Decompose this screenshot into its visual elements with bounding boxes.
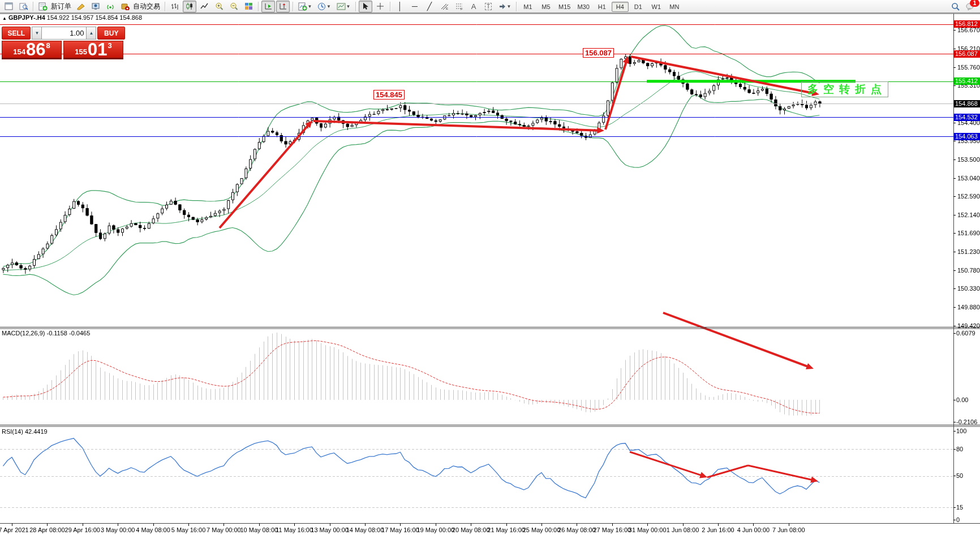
periods-menu-icon[interactable]: ▼ (315, 1, 333, 12)
volume-decrease-button[interactable]: ▼ (32, 27, 42, 40)
autotrading-icon[interactable] (118, 1, 132, 12)
chart-window-icon[interactable] (2, 1, 15, 12)
chart-shift-icon[interactable] (276, 1, 290, 12)
signals-icon[interactable] (104, 1, 117, 12)
timeframe-button-w1[interactable]: W1 (648, 2, 665, 12)
dropdown-arrow-icon: ▼ (346, 4, 351, 9)
horizontal-line-tool-icon[interactable]: ─ (408, 1, 422, 12)
sell-price-box[interactable]: 154 86 8 (2, 41, 62, 59)
text-label-tool-glyph: T (485, 3, 492, 10)
timeframe-button-m1[interactable]: M1 (519, 2, 536, 12)
vertical-line-tool-icon[interactable]: │ (393, 1, 407, 12)
sell-price-sup: 8 (46, 41, 50, 50)
price-chart-canvas[interactable] (0, 0, 980, 535)
notifications-icon[interactable]: 1 (964, 1, 977, 12)
toolbar-separator (33, 2, 33, 11)
line-chart-type-icon[interactable] (197, 1, 211, 12)
svg-text:E: E (446, 7, 448, 10)
sell-button[interactable]: SELL (2, 27, 31, 40)
buy-price-sup: 3 (108, 41, 111, 50)
buy-price-big: 01 (88, 42, 107, 58)
metaeditor-icon[interactable] (74, 1, 88, 12)
svg-text:F: F (461, 7, 463, 10)
one-click-trading-panel: SELL ▼ ▲ BUY 154 86 8 155 01 3 (2, 27, 125, 59)
toolbar-separator (516, 2, 517, 11)
volume-increase-button[interactable]: ▲ (86, 27, 96, 40)
strategy-tester-icon[interactable] (89, 1, 102, 12)
sell-price-prefix: 154 (13, 48, 25, 56)
bar-chart-type-icon[interactable] (168, 1, 182, 12)
profile-icon[interactable] (16, 1, 30, 12)
text-tool-icon[interactable]: A (467, 1, 480, 12)
search-icon[interactable] (949, 1, 962, 12)
trendline-tool-icon[interactable]: ╱ (423, 1, 436, 12)
mt4-terminal: 新订单 自动交易 ▼ ▼ (0, 0, 980, 535)
new-order-icon[interactable] (36, 1, 50, 12)
candlestick-chart-type-icon[interactable] (183, 1, 196, 12)
timeframe-button-m30[interactable]: M30 (574, 2, 592, 12)
cursor-tool-icon[interactable] (359, 1, 372, 12)
toolbar-separator (165, 2, 165, 11)
volume-input[interactable] (42, 27, 86, 40)
zoom-in-icon[interactable] (212, 1, 226, 12)
timeframe-button-m15[interactable]: M15 (556, 2, 573, 12)
dropdown-arrow-icon: ▼ (308, 4, 312, 9)
crosshair-tool-icon[interactable] (373, 1, 387, 12)
buy-price-box[interactable]: 155 01 3 (63, 41, 123, 59)
autotrading-label[interactable]: 自动交易 (133, 2, 160, 11)
fibonacci-tool-icon[interactable]: F (452, 1, 466, 12)
sell-price-big: 86 (26, 42, 45, 58)
timeframe-button-d1[interactable]: D1 (630, 2, 647, 12)
toolbar-separator (355, 2, 356, 11)
arrows-tool-icon[interactable]: ▼ (496, 1, 513, 12)
dropdown-arrow-icon: ▼ (507, 4, 512, 9)
auto-scroll-icon[interactable] (261, 1, 275, 12)
timeframe-button-mn[interactable]: MN (666, 2, 683, 12)
toolbar-separator (258, 2, 259, 11)
volume-stepper: ▼ ▲ (32, 27, 96, 40)
timeframe-button-m5[interactable]: M5 (538, 2, 555, 12)
indicators-menu-icon[interactable]: ▼ (296, 1, 314, 12)
new-order-label[interactable]: 新订单 (51, 2, 71, 11)
text-label-tool-icon[interactable]: T (482, 1, 495, 12)
zoom-out-icon[interactable] (227, 1, 240, 12)
tile-windows-icon[interactable] (242, 1, 255, 12)
dropdown-arrow-icon: ▼ (326, 4, 331, 9)
equidistant-channel-tool-icon[interactable]: E (437, 1, 451, 12)
toolbar-separator (390, 2, 390, 11)
buy-button[interactable]: BUY (97, 27, 125, 40)
toolbar-separator (293, 2, 293, 11)
buy-price-prefix: 155 (75, 48, 87, 56)
main-toolbar: 新订单 自动交易 ▼ ▼ (0, 0, 980, 13)
timeframe-button-h4[interactable]: H4 (612, 2, 629, 12)
templates-menu-icon[interactable]: ▼ (334, 1, 353, 12)
toolbar-right-group: 1 (948, 1, 978, 12)
timeframe-switcher: M1M5M15M30H1H4D1W1MN (519, 1, 684, 12)
timeframe-button-h1[interactable]: H1 (594, 2, 611, 12)
notification-count-badge: 1 (970, 0, 979, 7)
